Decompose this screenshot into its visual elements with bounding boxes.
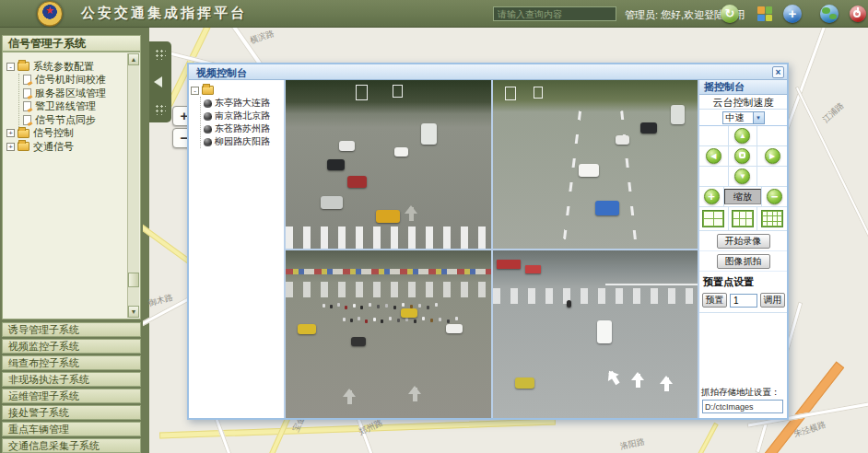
expand-expander-icon[interactable]: + [6, 143, 15, 151]
lane-arrow [413, 388, 417, 401]
apps-grid-icon[interactable] [757, 6, 772, 21]
sidebar-item-alarm-handling[interactable]: 接处警子系统 [2, 405, 141, 420]
camera-tree-root[interactable]: - [191, 84, 282, 97]
sidebar-item-investigation[interactable]: 缉查布控子系统 [2, 355, 141, 370]
power-bar [857, 7, 859, 13]
lane-arrow [636, 374, 640, 388]
tree-leaf[interactable]: 信号机时间校准 [23, 74, 125, 87]
sidebar-item-video-surveillance[interactable]: 视频监控子系统 [2, 339, 141, 354]
storage-path-input[interactable] [702, 400, 783, 413]
vehicle [421, 123, 437, 145]
osd-box [356, 85, 368, 100]
layout-row [699, 207, 787, 231]
map-canvas[interactable]: 横滨路 江浦路 御木路 宝金路 郑州路 洛阳路 朱泾横路 + − 视频控制台 ×… [143, 28, 868, 453]
search-input[interactable] [493, 6, 616, 21]
scrollbar-up-icon[interactable]: ▲ [128, 53, 139, 65]
collapse-expander-icon[interactable]: - [191, 87, 199, 95]
sidebar-item-operations[interactable]: 运维管理子系统 [2, 389, 141, 403]
lane-arrow [409, 207, 414, 221]
pad-cell [757, 126, 787, 146]
map-road [677, 423, 718, 453]
vehicle [394, 147, 408, 157]
vehicle [327, 159, 345, 170]
expand-expander-icon[interactable]: + [6, 129, 15, 137]
app-title: 公安交通集成指挥平台 [81, 5, 247, 22]
page-icon [23, 75, 31, 85]
speed-select[interactable]: 中速 ▼ [722, 111, 765, 124]
vehicle [515, 378, 534, 389]
preset-number-input[interactable] [730, 294, 757, 308]
chevron-down-icon[interactable]: ▼ [753, 112, 764, 123]
pan-left-button[interactable]: ◀ [706, 148, 721, 164]
stop-square-icon [739, 152, 745, 158]
image-capture-button[interactable]: 图像抓拍 [717, 254, 770, 269]
collapse-expander-icon[interactable]: - [6, 63, 15, 71]
vehicle [446, 324, 463, 333]
crosswalk [286, 226, 491, 249]
power-logout-icon[interactable] [850, 6, 866, 22]
tree-node-collapsed[interactable]: + 交通信号 [6, 140, 125, 154]
folder-icon [18, 62, 29, 71]
zoom-row: + 缩放 − [699, 187, 787, 207]
camera-item[interactable]: 东亭路大连路 [203, 97, 282, 110]
tree-leaf[interactable]: 服务器区域管理 [23, 87, 125, 100]
preset-button[interactable]: 预置 [702, 293, 727, 308]
video-feed-3[interactable] [286, 250, 491, 419]
crosswalk [286, 282, 491, 296]
layout-3x2-icon[interactable] [732, 210, 754, 227]
zoom-mode-button[interactable]: 缩放 [724, 189, 761, 204]
sidebar-item-guidance[interactable]: 诱导管理子系统 [2, 322, 141, 337]
tree-leaf[interactable]: 警卫路线管理 [23, 100, 125, 114]
page-icon [23, 115, 31, 125]
call-preset-button[interactable]: 调用 [760, 293, 785, 308]
storefront-band [286, 269, 491, 274]
sidebar-panel-title[interactable]: 信号管理子系统 [2, 35, 141, 52]
globe-icon[interactable] [820, 5, 839, 23]
refresh-icon[interactable]: ↻ [721, 5, 739, 23]
start-record-button[interactable]: 开始录像 [717, 234, 770, 249]
panel-spacer [699, 313, 787, 385]
camera-item[interactable]: 东苍路苏州路 [203, 122, 282, 135]
zoom-out-button[interactable]: − [767, 189, 782, 204]
pan-down-button[interactable]: ▼ [734, 168, 750, 184]
layout-2x2-icon[interactable] [702, 210, 724, 227]
lane-line [562, 110, 581, 248]
vehicle [595, 201, 619, 215]
vehicle [640, 122, 657, 134]
preset-section-title: 预置点设置 [699, 272, 787, 291]
zoom-in-button[interactable]: + [704, 189, 720, 204]
drag-dots-icon [155, 104, 166, 115]
storage-path-label: 抓拍存储地址设置： [699, 385, 787, 400]
camera-item[interactable]: 柳园路庆阳路 [203, 135, 282, 148]
tree-scrollbar[interactable]: ▲ ▼ [127, 53, 139, 318]
close-icon[interactable]: × [772, 66, 784, 78]
camera-item[interactable]: 南京路北京路 [203, 110, 282, 122]
scrollbar-down-icon[interactable]: ▼ [128, 306, 139, 318]
sidebar-collapse-tab[interactable] [149, 41, 171, 122]
pan-right-button[interactable]: ▶ [765, 148, 780, 164]
tree-leaf[interactable]: 信号节点同步 [23, 113, 125, 127]
sidebar-item-traffic-info[interactable]: 交通信息采集子系统 [2, 438, 141, 453]
globe-land [822, 7, 830, 14]
osd-box [393, 85, 403, 98]
video-console-dialog: 视频控制台 × - 东亭路大连路 [187, 63, 789, 420]
pan-up-button[interactable]: ▲ [734, 128, 750, 144]
add-icon[interactable]: + [783, 5, 802, 23]
scrollbar-thumb[interactable] [128, 273, 139, 287]
sidebar-item-offsite-enforcement[interactable]: 非现场执法子系统 [2, 372, 141, 387]
camera-dome-icon [204, 138, 212, 146]
camera-list: 东亭路大连路 南京路北京路 东苍路苏州路 柳园路庆阳路 [200, 97, 282, 148]
sidebar-item-key-vehicles[interactable]: 重点车辆管理 [2, 422, 141, 436]
layout-4x3-icon[interactable] [761, 210, 783, 227]
video-feed-4[interactable] [493, 250, 698, 419]
dialog-titlebar[interactable]: 视频控制台 × [189, 64, 787, 80]
tree-node-collapsed[interactable]: + 信号控制 [6, 127, 125, 141]
video-feed-2[interactable] [493, 80, 698, 249]
page-icon [23, 101, 31, 111]
vehicle [298, 324, 316, 334]
video-feed-1[interactable] [286, 80, 491, 249]
pan-tilt-pad: ▲ ◀ ▶ ▼ [699, 126, 787, 187]
osd-box [505, 87, 516, 100]
pan-stop-button[interactable] [734, 148, 750, 164]
tree-node-root[interactable]: - 系统参数配置 [6, 60, 125, 74]
